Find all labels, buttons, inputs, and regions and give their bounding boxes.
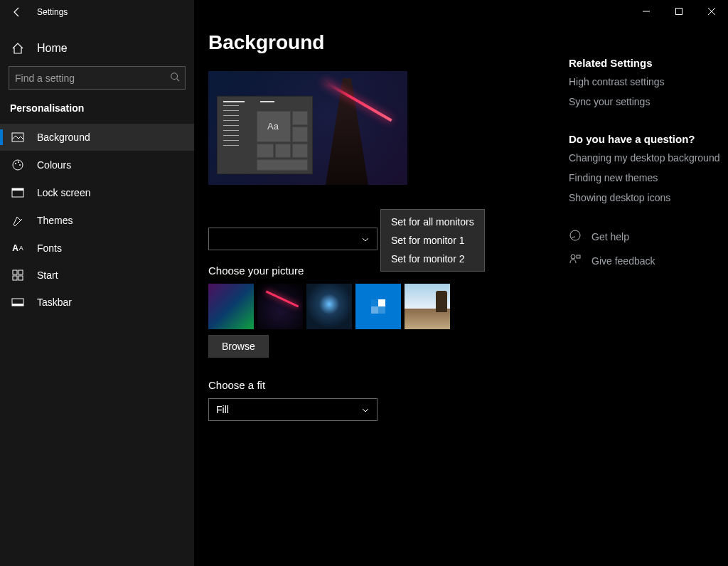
sidebar-item-themes[interactable]: Themes bbox=[0, 206, 194, 235]
picture-icon bbox=[11, 132, 24, 142]
svg-point-16 bbox=[571, 255, 575, 259]
sidebar-item-taskbar[interactable]: Taskbar bbox=[0, 289, 194, 316]
picture-thumb[interactable] bbox=[405, 284, 450, 329]
sidebar-item-start[interactable]: Start bbox=[0, 262, 194, 289]
get-help-row[interactable]: Get help bbox=[569, 229, 721, 245]
link-desktop-icons[interactable]: Showing desktop icons bbox=[569, 192, 721, 203]
choose-fit-label: Choose a fit bbox=[208, 379, 569, 391]
app-title: Settings bbox=[37, 7, 68, 17]
fonts-icon: AA bbox=[11, 243, 24, 253]
svg-point-5 bbox=[19, 164, 21, 166]
svg-rect-13 bbox=[12, 304, 23, 306]
svg-point-15 bbox=[570, 230, 580, 240]
related-settings-heading: Related Settings bbox=[569, 57, 721, 69]
question-heading: Do you have a question? bbox=[569, 133, 721, 145]
ctx-set-all-monitors[interactable]: Set for all monitors bbox=[381, 213, 484, 231]
background-type-dropdown[interactable]: Picture bbox=[208, 228, 378, 250]
main-area: Background Aa bbox=[194, 0, 728, 566]
content: Background Aa bbox=[194, 0, 569, 566]
nav-label: Start bbox=[37, 269, 58, 281]
link-find-themes[interactable]: Finding new themes bbox=[569, 172, 721, 183]
nav-label: Fonts bbox=[37, 242, 62, 254]
get-help-label: Get help bbox=[592, 231, 629, 242]
sidebar-item-colours[interactable]: Colours bbox=[0, 151, 194, 179]
lock-screen-icon bbox=[11, 188, 24, 198]
feedback-icon bbox=[569, 253, 582, 269]
nav-label: Taskbar bbox=[37, 297, 72, 308]
svg-point-4 bbox=[18, 161, 19, 163]
nav-label: Lock screen bbox=[37, 187, 90, 198]
home-icon bbox=[11, 42, 24, 55]
svg-rect-14 bbox=[676, 9, 682, 15]
svg-rect-9 bbox=[18, 270, 23, 274]
svg-point-3 bbox=[15, 163, 16, 164]
sidebar-item-fonts[interactable]: AA Fonts bbox=[0, 235, 194, 262]
maximize-button[interactable] bbox=[663, 0, 695, 23]
give-feedback-row[interactable]: Give feedback bbox=[569, 253, 721, 269]
sidebar: Settings Home Personalisation Background… bbox=[0, 0, 194, 566]
ctx-set-monitor-2[interactable]: Set for monitor 2 bbox=[381, 250, 484, 268]
nav-label: Colours bbox=[37, 159, 71, 171]
desktop-preview: Aa bbox=[208, 71, 407, 185]
window-controls bbox=[630, 0, 728, 23]
right-column: Related Settings High contrast settings … bbox=[569, 0, 728, 566]
preview-sample-text: Aa bbox=[267, 121, 279, 132]
ctx-set-monitor-1[interactable]: Set for monitor 1 bbox=[381, 231, 484, 250]
give-feedback-label: Give feedback bbox=[592, 255, 655, 267]
help-icon bbox=[569, 229, 582, 245]
svg-rect-8 bbox=[13, 270, 17, 274]
titlebar: Settings bbox=[0, 0, 194, 23]
dropdown-value: Fill bbox=[216, 404, 229, 415]
svg-rect-7 bbox=[12, 188, 23, 191]
preview-taskbar-mock: Aa bbox=[217, 96, 313, 174]
picture-thumb[interactable] bbox=[208, 284, 254, 329]
nav-label: Themes bbox=[37, 215, 73, 226]
minimize-button[interactable] bbox=[630, 0, 663, 23]
themes-icon bbox=[11, 214, 24, 227]
link-change-background[interactable]: Changing my desktop background bbox=[569, 152, 721, 164]
chevron-down-icon bbox=[361, 405, 370, 414]
sidebar-item-lock-screen[interactable]: Lock screen bbox=[0, 179, 194, 206]
search-input[interactable] bbox=[9, 66, 186, 90]
close-button[interactable] bbox=[695, 0, 728, 23]
search-container bbox=[0, 66, 194, 90]
link-high-contrast[interactable]: High contrast settings bbox=[569, 76, 721, 87]
nav-list: Background Colours Lock screen Themes AA… bbox=[0, 124, 194, 316]
sidebar-item-background[interactable]: Background bbox=[0, 124, 194, 151]
svg-point-2 bbox=[13, 160, 23, 170]
taskbar-icon bbox=[11, 298, 24, 306]
palette-icon bbox=[11, 159, 24, 171]
picture-thumb[interactable] bbox=[257, 284, 303, 329]
sidebar-home[interactable]: Home bbox=[0, 33, 194, 63]
page-heading: Background bbox=[208, 31, 569, 54]
back-icon[interactable] bbox=[11, 6, 23, 18]
nav-label: Background bbox=[37, 132, 90, 143]
link-sync-settings[interactable]: Sync your settings bbox=[569, 96, 721, 107]
svg-rect-11 bbox=[18, 276, 23, 280]
context-menu: Set for all monitors Set for monitor 1 S… bbox=[380, 209, 485, 272]
start-icon bbox=[11, 269, 24, 281]
picture-thumb[interactable] bbox=[306, 284, 352, 329]
section-label: Personalisation bbox=[0, 90, 194, 121]
picture-thumb[interactable] bbox=[355, 284, 401, 329]
picture-thumbnails bbox=[208, 284, 569, 329]
browse-button[interactable]: Browse bbox=[208, 335, 269, 358]
home-label: Home bbox=[37, 42, 68, 55]
svg-rect-17 bbox=[577, 255, 580, 258]
chevron-down-icon bbox=[361, 235, 370, 243]
svg-rect-10 bbox=[13, 276, 17, 280]
fit-dropdown[interactable]: Fill bbox=[208, 398, 378, 421]
